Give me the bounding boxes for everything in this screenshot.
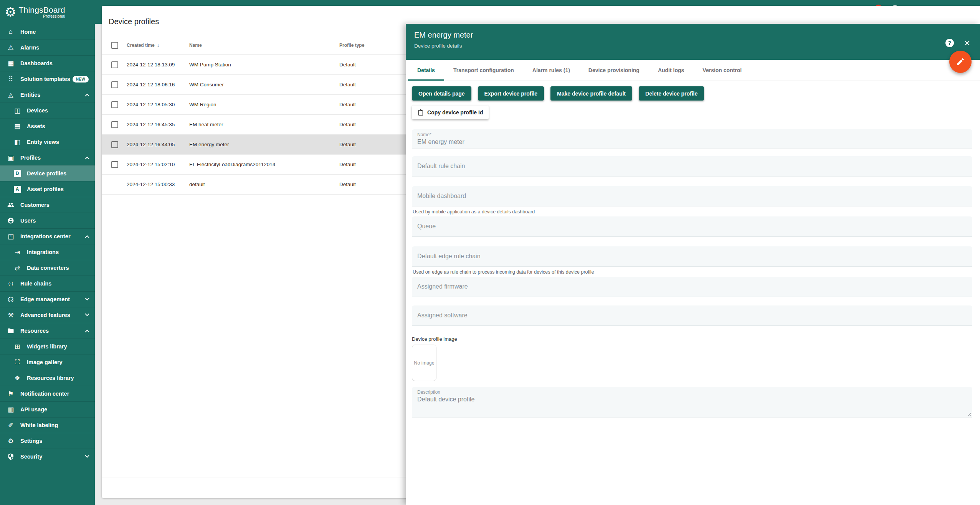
device-profile-image-box[interactable]: No image [412, 345, 436, 381]
sidebar-item-resources[interactable]: Resources [0, 323, 95, 338]
row-checkbox[interactable] [111, 161, 118, 168]
row-checkbox[interactable] [111, 101, 118, 108]
description-field-value: Default device profile [417, 396, 967, 403]
edge-management-icon: ☊ [6, 295, 15, 304]
sidebar-item-widgets-library[interactable]: ⊞Widgets library [0, 338, 95, 354]
sidebar-item-label: Entities [20, 92, 40, 98]
pencil-icon [956, 57, 965, 66]
tab-transport-configuration[interactable]: Transport configuration [444, 60, 523, 81]
cell-name: WM Region [189, 102, 339, 107]
sidebar-item-solution-templates[interactable]: ⠿Solution templatesNEW [0, 71, 95, 87]
new-badge: NEW [73, 76, 89, 83]
action-buttons: Open details page Export device profile … [412, 86, 972, 101]
sidebar-item-api-usage[interactable]: ▥API usage [0, 401, 95, 417]
sidebar-item-label: Profiles [20, 155, 41, 161]
description-field[interactable]: Description Default device profile [412, 387, 972, 418]
mobile-dashboard-hint: Used by mobile application as a device d… [413, 209, 972, 215]
cell-name: WM Consumer [189, 82, 339, 87]
sidebar-item-label: Rule chains [20, 281, 51, 287]
customers-icon [6, 201, 15, 209]
row-checkbox[interactable] [111, 81, 118, 88]
sidebar-item-label: Device profiles [27, 170, 66, 177]
cell-name: WM Pump Station [189, 62, 339, 68]
tab-alarm-rules[interactable]: Alarm rules (1) [523, 60, 579, 81]
row-checkbox[interactable] [111, 121, 118, 128]
shield-icon [6, 452, 15, 461]
cell-created-time: 2024-12-12 16:44:05 [127, 142, 189, 147]
sidebar-item-home[interactable]: ⌂Home [0, 24, 95, 40]
sidebar-item-image-gallery[interactable]: ⛶Image gallery [0, 354, 95, 370]
delete-device-profile-button[interactable]: Delete device profile [639, 86, 704, 101]
default-rule-chain-field[interactable]: Default rule chain [412, 156, 972, 177]
sidebar-item-label: Integrations center [20, 233, 71, 239]
sidebar-item-resources-library[interactable]: ❖Resources library [0, 370, 95, 386]
help-icon[interactable]: ? [945, 39, 954, 47]
devices-icon: ◫ [13, 106, 22, 115]
sidebar-item-security[interactable]: Security [0, 449, 95, 464]
open-details-page-button[interactable]: Open details page [412, 86, 471, 101]
edit-fab-button[interactable] [949, 51, 972, 73]
sidebar-item-settings[interactable]: ⚙Settings [0, 433, 95, 449]
sidebar-item-alarms[interactable]: ⚠Alarms [0, 40, 95, 55]
sidebar-item-label: Image gallery [27, 359, 63, 365]
make-default-button[interactable]: Make device profile default [550, 86, 632, 101]
copy-device-profile-id-button[interactable]: Copy device profile Id [412, 106, 489, 119]
sidebar-item-label: Security [20, 454, 42, 460]
entities-icon: ◬ [6, 91, 15, 99]
sidebar-item-label: Settings [20, 438, 42, 444]
sidebar-item-devices[interactable]: ◫Devices [0, 102, 95, 118]
tab-version-control[interactable]: Version control [693, 60, 751, 81]
sidebar-item-data-converters[interactable]: ⇄Data converters [0, 260, 95, 276]
cell-name: EM energy meter [189, 142, 339, 147]
sidebar-item-label: Data converters [27, 265, 69, 271]
sidebar-item-profiles[interactable]: ▣Profiles [0, 150, 95, 165]
sidebar-item-integrations[interactable]: ⇥Integrations [0, 244, 95, 260]
sidebar-item-entities[interactable]: ◬Entities [0, 87, 95, 102]
sidebar-item-assets[interactable]: ▤Assets [0, 118, 95, 134]
sidebar-item-label: Alarms [20, 45, 39, 51]
tab-audit-logs[interactable]: Audit logs [649, 60, 693, 81]
sidebar-item-label: Widgets library [27, 343, 67, 350]
name-field-value: EM energy meter [417, 139, 967, 145]
sidebar-item-asset-profiles[interactable]: AAsset profiles [0, 181, 95, 197]
mobile-dashboard-field[interactable]: Mobile dashboard [412, 186, 972, 206]
device-profile-details-panel: EM energy meter Device profile details ?… [406, 24, 980, 505]
tab-details[interactable]: Details [408, 60, 444, 81]
sidebar-item-device-profiles[interactable]: DDevice profiles [0, 165, 95, 181]
sidebar-item-advanced-features[interactable]: ⚒Advanced features [0, 307, 95, 323]
logo-title: ThingsBoard [18, 5, 65, 15]
sidebar-item-customers[interactable]: Customers [0, 197, 95, 213]
chevron-up-icon [85, 235, 89, 239]
row-checkbox[interactable] [111, 61, 118, 68]
select-all-checkbox[interactable] [111, 42, 118, 49]
assigned-software-field[interactable]: Assigned software [412, 305, 972, 326]
cell-name: EL ElectricityLoadDiagrams20112014 [189, 162, 339, 167]
column-header-created-time[interactable]: Created time↓ [127, 42, 189, 48]
sidebar-item-integrations-center[interactable]: ◰Integrations center [0, 228, 95, 244]
sidebar-item-users[interactable]: Users [0, 213, 95, 228]
close-icon[interactable]: × [964, 39, 970, 47]
name-field[interactable]: Name* EM energy meter [412, 129, 972, 149]
sidebar-item-entity-views[interactable]: ◧Entity views [0, 134, 95, 150]
queue-field[interactable]: Queue [412, 216, 972, 237]
default-edge-rule-chain-field[interactable]: Default edge rule chain [412, 246, 972, 267]
column-header-name[interactable]: Name [189, 43, 339, 48]
row-checkbox[interactable] [111, 141, 118, 148]
chevron-up-icon [85, 157, 89, 161]
assigned-firmware-field[interactable]: Assigned firmware [412, 277, 972, 297]
cell-name: default [189, 182, 339, 187]
tab-device-provisioning[interactable]: Device provisioning [579, 60, 649, 81]
sidebar-item-edge-management[interactable]: ☊Edge management [0, 291, 95, 307]
sidebar-item-label: White labeling [20, 422, 58, 428]
users-icon [6, 216, 15, 225]
sidebar-item-label: Resources library [27, 375, 74, 381]
chevron-down-icon [85, 454, 89, 458]
sidebar-item-dashboards[interactable]: ▦Dashboards [0, 55, 95, 71]
sidebar-item-label: Entity views [27, 139, 59, 145]
sidebar-item-rule-chains[interactable]: ⟨·⟩Rule chains [0, 276, 95, 291]
sidebar-item-white-labeling[interactable]: ✐White labeling [0, 417, 95, 433]
export-device-profile-button[interactable]: Export device profile [478, 86, 544, 101]
entity-views-icon: ◧ [13, 138, 22, 146]
logo[interactable]: ⚙ ThingsBoard Professional [0, 0, 95, 24]
sidebar-item-notification-center[interactable]: ⚑Notification center [0, 386, 95, 401]
